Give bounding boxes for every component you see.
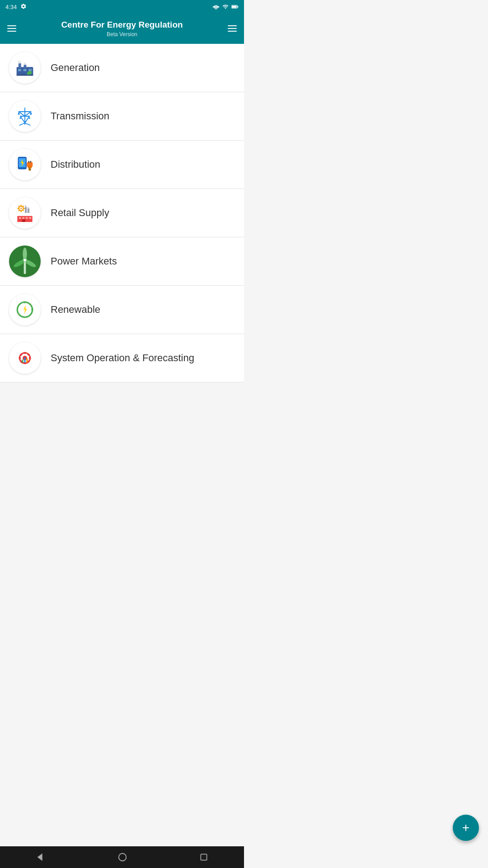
svg-rect-53 <box>22 219 25 222</box>
menu-item-distribution[interactable]: Distribution <box>0 141 244 189</box>
svg-rect-75 <box>26 359 28 363</box>
svg-line-17 <box>25 123 30 125</box>
gear-icon <box>20 3 27 11</box>
svg-rect-9 <box>23 69 27 71</box>
svg-point-47 <box>27 207 29 208</box>
svg-line-42 <box>19 210 19 211</box>
svg-line-16 <box>19 123 25 125</box>
svg-rect-67 <box>19 357 21 359</box>
system-operation-label: System Operation & Forecasting <box>51 352 194 364</box>
svg-point-59 <box>23 259 26 262</box>
app-title: Centre For Energy Regulation <box>16 20 228 30</box>
svg-point-22 <box>18 113 20 115</box>
status-time: 4:34 <box>5 4 17 10</box>
svg-point-35 <box>20 208 22 209</box>
app-subtitle: Beta Version <box>16 31 228 38</box>
svg-rect-10 <box>28 69 32 71</box>
svg-rect-5 <box>24 65 27 68</box>
system-operation-icon <box>9 342 41 374</box>
svg-line-20 <box>20 116 25 123</box>
status-bar: 4:34 <box>0 0 244 14</box>
svg-marker-62 <box>23 305 27 314</box>
svg-point-7 <box>24 62 26 65</box>
wifi-icon <box>212 4 220 10</box>
svg-line-41 <box>23 210 23 211</box>
svg-rect-68 <box>29 357 31 359</box>
transmission-icon <box>9 100 41 132</box>
svg-rect-29 <box>27 162 33 167</box>
svg-rect-73 <box>22 359 23 363</box>
svg-rect-52 <box>29 217 31 219</box>
menu-item-generation[interactable]: Generation <box>0 44 244 92</box>
svg-rect-30 <box>28 160 30 162</box>
menu-item-transmission[interactable]: Transmission <box>0 92 244 141</box>
battery-icon <box>231 4 239 10</box>
distribution-icon <box>9 149 41 180</box>
svg-rect-32 <box>28 167 32 168</box>
svg-rect-45 <box>28 208 29 213</box>
svg-line-40 <box>19 206 19 207</box>
retail-supply-label: Retail Supply <box>51 207 109 219</box>
renewable-label: Renewable <box>51 304 100 316</box>
svg-point-24 <box>19 117 21 118</box>
svg-rect-50 <box>22 217 24 219</box>
svg-rect-49 <box>19 217 21 219</box>
svg-point-46 <box>24 205 27 207</box>
renewable-icon <box>9 294 41 326</box>
svg-line-43 <box>23 206 23 207</box>
menu-item-power-markets[interactable]: Power Markets <box>0 237 244 286</box>
svg-rect-44 <box>25 207 27 212</box>
svg-line-21 <box>25 116 29 123</box>
hamburger-menu-left[interactable] <box>7 25 16 32</box>
svg-rect-31 <box>30 160 32 162</box>
generation-icon <box>9 52 41 84</box>
svg-rect-51 <box>26 217 28 219</box>
menu-item-retail-supply[interactable]: Retail Supply <box>0 189 244 237</box>
svg-rect-74 <box>24 357 25 363</box>
menu-item-renewable[interactable]: Renewable <box>0 286 244 334</box>
svg-rect-8 <box>18 69 21 71</box>
transmission-label: Transmission <box>51 110 109 122</box>
power-markets-icon <box>9 245 41 277</box>
menu-list: Generation <box>0 44 244 382</box>
svg-rect-2 <box>232 6 237 8</box>
hamburger-menu-right[interactable] <box>228 25 237 32</box>
signal-icon <box>222 4 229 10</box>
svg-point-23 <box>30 113 32 115</box>
svg-rect-54 <box>24 261 26 274</box>
distribution-label: Distribution <box>51 159 100 170</box>
svg-point-25 <box>28 117 30 118</box>
svg-point-56 <box>23 247 27 260</box>
svg-rect-4 <box>19 63 21 68</box>
svg-point-6 <box>18 61 21 64</box>
app-bar: Centre For Energy Regulation Beta Versio… <box>0 14 244 44</box>
svg-rect-12 <box>17 75 33 76</box>
power-markets-label: Power Markets <box>51 255 117 267</box>
svg-rect-33 <box>28 168 31 170</box>
retail-supply-icon <box>9 197 41 229</box>
svg-rect-1 <box>237 6 238 7</box>
generation-label: Generation <box>51 62 100 74</box>
menu-item-system-operation[interactable]: System Operation & Forecasting <box>0 334 244 382</box>
svg-rect-65 <box>24 352 26 354</box>
